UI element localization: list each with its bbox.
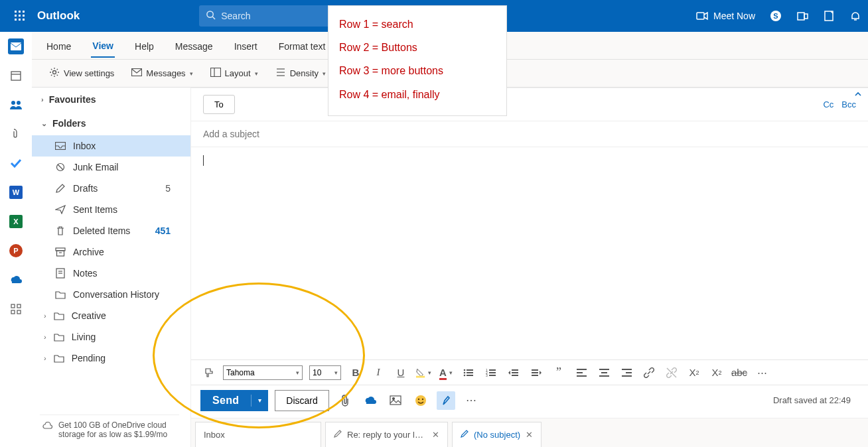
annotation-line: Row 4 = email, finally (339, 83, 496, 106)
strikethrough-button[interactable]: abc (731, 365, 747, 381)
insert-picture-icon[interactable] (386, 391, 405, 410)
align-right-button[interactable] (618, 365, 634, 381)
format-painter-icon[interactable] (200, 365, 216, 381)
svg-rect-22 (11, 304, 15, 308)
todo-icon[interactable] (8, 155, 24, 171)
underline-button[interactable]: U (393, 365, 409, 381)
unlink-button[interactable] (664, 365, 680, 381)
superscript-button[interactable]: X2 (686, 365, 702, 381)
svg-rect-1 (19, 11, 21, 13)
svg-rect-61 (577, 369, 587, 370)
svg-rect-67 (622, 369, 632, 370)
svg-rect-14 (798, 13, 804, 20)
cc-button[interactable]: Cc (823, 99, 833, 109)
tab-home[interactable]: Home (45, 34, 72, 57)
powerpoint-icon[interactable]: P (8, 243, 24, 259)
numbering-button[interactable]: 123 (483, 365, 499, 381)
folder-icon (53, 312, 65, 320)
folder-sent[interactable]: Sent Items (32, 199, 190, 220)
highlight-button[interactable]: ▾ (415, 365, 431, 381)
font-name-combo[interactable]: Tahoma▾ (223, 365, 303, 380)
more-format-button[interactable]: ⋯ (754, 365, 770, 381)
bottom-tab-draft-2[interactable]: (No subject) ✕ (452, 422, 542, 447)
bullets-button[interactable] (461, 365, 476, 381)
folder-deleted[interactable]: Deleted Items 451 (32, 220, 190, 241)
tab-message[interactable]: Message (174, 34, 214, 57)
outdent-button[interactable] (506, 365, 522, 381)
messages-button[interactable]: Messages ▾ (127, 66, 196, 81)
subject-row (191, 121, 868, 147)
close-icon[interactable]: ✕ (526, 430, 533, 440)
folder-creative[interactable]: › Creative (32, 305, 190, 326)
svg-rect-8 (23, 19, 25, 21)
onedrive-icon[interactable] (8, 272, 24, 288)
attach-icon[interactable] (336, 391, 354, 410)
font-color-button[interactable]: A▾ (438, 365, 454, 381)
word-icon[interactable]: W (8, 184, 24, 200)
favourites-group[interactable]: › Favourites (32, 88, 190, 111)
excel-icon[interactable]: X (8, 214, 24, 229)
bell-icon[interactable] (849, 10, 861, 22)
annotation-line: Row 3 = more buttons (339, 59, 496, 82)
svg-line-35 (58, 164, 63, 170)
tab-insert[interactable]: Insert (233, 34, 259, 57)
send-button[interactable]: Send (200, 395, 252, 407)
skype-icon[interactable]: S (770, 10, 782, 22)
view-settings-button[interactable]: View settings (45, 64, 118, 82)
calendar-icon[interactable] (8, 68, 24, 84)
subject-input[interactable] (203, 129, 856, 139)
send-options-button[interactable]: ▾ (252, 397, 268, 404)
align-left-button[interactable] (573, 365, 589, 381)
pencil-icon (461, 430, 469, 440)
folder-pending[interactable]: › Pending (32, 348, 190, 369)
onedrive-attach-icon[interactable] (361, 391, 380, 410)
folder-archive[interactable]: Archive (32, 241, 190, 263)
files-icon[interactable] (8, 126, 24, 142)
more-apps-icon[interactable] (8, 301, 24, 317)
left-rail: W X P (0, 32, 32, 447)
meet-now-button[interactable]: Meet Now (696, 11, 755, 21)
chevron-down-icon: ▾ (323, 70, 326, 77)
discard-button[interactable]: Discard (275, 390, 328, 411)
indent-button[interactable] (528, 365, 544, 381)
link-button[interactable] (641, 365, 657, 381)
svg-point-72 (392, 398, 394, 400)
people-icon[interactable] (8, 97, 24, 113)
emoji-icon[interactable] (411, 391, 430, 410)
folders-group[interactable]: ⌄ Folders (32, 111, 190, 135)
close-icon[interactable]: ✕ (432, 430, 439, 440)
search-box[interactable] (199, 5, 332, 27)
svg-rect-17 (11, 42, 21, 50)
bottom-tab-draft-1[interactable]: Re: reply to your last ... ✕ (325, 422, 448, 447)
folder-living[interactable]: › Living (32, 326, 190, 348)
folder-junk[interactable]: Junk Email (32, 157, 190, 178)
tab-help[interactable]: Help (133, 34, 155, 57)
onedrive-promo[interactable]: Get 100 GB of OneDrive cloud storage for… (40, 415, 179, 444)
folder-drafts[interactable]: Drafts 5 (32, 178, 190, 199)
font-size-combo[interactable]: 10▾ (309, 365, 341, 380)
layout-button[interactable]: Layout ▾ (206, 65, 262, 82)
signature-icon[interactable] (437, 391, 455, 410)
bold-button[interactable]: B (348, 365, 364, 381)
tab-view[interactable]: View (91, 34, 115, 58)
tab-format-text[interactable]: Format text (277, 34, 327, 57)
align-center-button[interactable] (596, 365, 612, 381)
density-button[interactable]: Density ▾ (271, 65, 330, 82)
italic-button[interactable]: I (370, 365, 386, 381)
drafts-icon (54, 183, 66, 194)
mail-icon[interactable] (8, 38, 24, 54)
folder-inbox[interactable]: Inbox (32, 135, 190, 157)
expand-icon[interactable] (853, 91, 863, 103)
notes-icon[interactable] (823, 10, 835, 22)
more-actions-icon[interactable]: ⋯ (462, 391, 480, 410)
teams-icon[interactable] (796, 10, 808, 22)
to-button[interactable]: To (203, 95, 235, 114)
folder-conversation-history[interactable]: Conversation History (32, 284, 190, 305)
subscript-button[interactable]: X2 (709, 365, 725, 381)
app-launcher-icon[interactable] (7, 11, 33, 21)
quote-button[interactable]: ” (551, 365, 567, 381)
search-input[interactable] (221, 11, 325, 21)
bottom-tab-inbox[interactable]: Inbox (195, 422, 321, 447)
folder-notes[interactable]: Notes (32, 263, 190, 284)
svg-rect-66 (599, 375, 609, 377)
